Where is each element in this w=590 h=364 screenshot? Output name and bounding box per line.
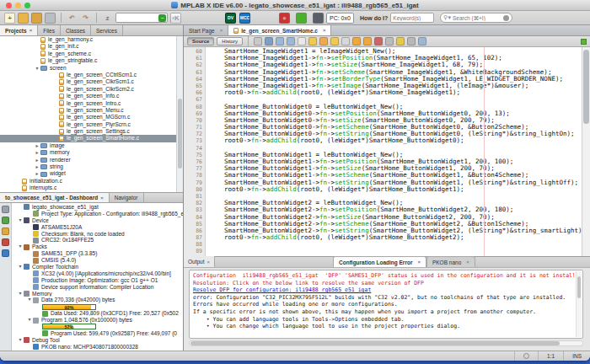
dashboard-tab[interactable]: Navigator xyxy=(110,193,144,202)
back-icon[interactable] xyxy=(276,37,284,46)
chevron-down-icon[interactable]: ▾ xyxy=(17,337,24,344)
tree-item[interactable]: le_gen_screen_Info.c xyxy=(0,93,183,99)
tree-item[interactable]: le_gen_init.c xyxy=(0,43,183,50)
shift-right-icon[interactable] xyxy=(363,37,372,46)
dashboard-row[interactable]: PKOB nano: MCHP3408071800000328 xyxy=(12,344,183,351)
close-window-icon[interactable] xyxy=(6,3,12,8)
dashboard-row[interactable]: ▾Compiler Toolchain xyxy=(12,264,183,270)
globe-icon[interactable] xyxy=(313,13,324,24)
tree-item[interactable]: ▸string xyxy=(0,163,183,170)
dashboard-row[interactable]: legato_showcase_e51_igat xyxy=(12,204,183,211)
new-project-icon[interactable] xyxy=(18,13,29,24)
source-view-button[interactable]: Source xyxy=(187,37,214,46)
stop-macro-icon[interactable] xyxy=(385,37,394,46)
tree-item[interactable]: le_gen_stringtable.c xyxy=(0,57,183,64)
dashboard-row[interactable]: Data Used: 249,809 (0x3CFD1) Free: 20,52… xyxy=(12,310,183,317)
chevron-right-icon[interactable]: ▸ xyxy=(34,170,40,177)
dashboard-row[interactable]: SAME51_DFP (3.3.85) xyxy=(12,250,183,257)
open-project-icon[interactable] xyxy=(31,13,42,24)
editor-scrollbar-thumb[interactable] xyxy=(583,50,589,124)
minimize-window-icon[interactable] xyxy=(15,3,21,8)
cart-icon[interactable] xyxy=(296,13,307,24)
close-icon[interactable]: × xyxy=(100,195,104,201)
dashboard-row[interactable]: ▾Memory xyxy=(12,291,183,297)
close-icon[interactable]: × xyxy=(207,260,211,265)
tab-files[interactable]: Files xyxy=(38,25,61,35)
console-scrollbar-thumb[interactable] xyxy=(577,276,581,298)
tab-classes[interactable]: Classes xyxy=(61,25,91,35)
dashboard-row[interactable]: ▾Packs xyxy=(12,244,183,250)
tree-item[interactable]: ▸image xyxy=(0,142,183,149)
search-clear-icon[interactable] xyxy=(503,15,509,21)
zoom-window-icon[interactable] xyxy=(24,3,30,8)
tree-item[interactable]: le_gen_screen_Intro.c xyxy=(0,100,183,107)
find-icon[interactable] xyxy=(298,37,306,46)
keyword-input[interactable] xyxy=(390,13,434,23)
search-input[interactable] xyxy=(453,15,503,21)
tree-item[interactable]: le_gen_harmony.c xyxy=(0,36,183,43)
dashboard-row[interactable]: CRC32: 0x184FFE25 xyxy=(12,237,183,244)
tree-scrollbar[interactable] xyxy=(176,36,183,192)
chevron-right-icon[interactable]: ▸ xyxy=(34,163,40,170)
chevron-down-icon[interactable]: ▾ xyxy=(17,244,24,250)
dashboard-row[interactable]: XC32 (v4.00) [/Applications/microchip/xc… xyxy=(12,270,183,277)
close-icon[interactable]: × xyxy=(417,260,421,265)
info-icon[interactable] xyxy=(2,249,9,257)
chevron-right-icon[interactable]: ▸ xyxy=(34,157,40,163)
dashboard-row[interactable]: Device support information: Compiler Loc… xyxy=(12,284,183,291)
code-editor[interactable]: SmartHome_ImageWidget1 = leImageWidget_N… xyxy=(206,47,582,256)
undo-icon[interactable]: ↶ xyxy=(67,13,78,24)
tree-item[interactable]: le_gen_screen_MGScrn.c xyxy=(0,114,183,120)
dashboard-row[interactable]: 92% xyxy=(12,303,183,310)
tree-item[interactable]: ▸renderer xyxy=(0,157,183,163)
output-window-tab[interactable]: Output× xyxy=(184,256,215,267)
pdf-icon[interactable] xyxy=(2,238,9,246)
toggle-highlight-icon[interactable] xyxy=(330,37,339,46)
editor-tab-le-gen-screen-smarthome-c[interactable]: le_gen_screen_SmartHome.c× xyxy=(228,25,331,35)
trash-icon[interactable] xyxy=(254,37,262,46)
dashboard-row[interactable]: ▾Debug Tool xyxy=(12,337,183,344)
project-properties-icon[interactable] xyxy=(2,217,9,224)
resolve-dfp-link[interactable]: Resolve DFP for configuration: ili9488_r… xyxy=(193,286,574,294)
find-previous-icon[interactable] xyxy=(319,37,328,46)
tab-services[interactable]: Services xyxy=(91,25,123,35)
tree-item[interactable]: le_gen_screen_ClkrScrn1.c xyxy=(0,78,183,85)
tree-item[interactable]: ▸memory xyxy=(0,149,183,156)
find-selection-icon[interactable] xyxy=(308,37,317,46)
new-file-icon[interactable]: + xyxy=(4,13,15,24)
tree-scrollbar-thumb[interactable] xyxy=(178,99,182,169)
titlebar[interactable]: MPLAB X IDE v6.00 - legato_showcase_e51_… xyxy=(0,0,590,11)
dashboard-row[interactable]: Production Image: Optimization: gcc O1 g… xyxy=(12,277,183,284)
dashboard-row[interactable]: 57% xyxy=(12,324,183,330)
redo-icon[interactable]: ↷ xyxy=(80,13,91,24)
dashboard-row[interactable]: Project Type: Application - Configuratio… xyxy=(12,211,183,217)
tree-item[interactable]: ▸widget xyxy=(0,170,183,177)
tree-item[interactable]: le_gen_screen_CCtrlScrn1.c xyxy=(0,72,183,78)
dashboard-row[interactable]: Program Used: 599,479 (0x92587) Free: 44… xyxy=(12,330,183,337)
close-icon[interactable]: × xyxy=(30,28,33,33)
tab-projects[interactable]: Projects× xyxy=(0,25,38,35)
forward-icon[interactable] xyxy=(287,37,295,46)
tree-item[interactable]: ▾screen xyxy=(0,65,183,72)
chevron-right-icon[interactable]: ▸ xyxy=(34,142,40,149)
data-visualizer-icon[interactable]: DV xyxy=(225,13,236,24)
close-icon[interactable]: × xyxy=(220,28,223,33)
macro-icon[interactable]: z xyxy=(102,13,113,24)
tree-item[interactable]: le_gen_screen_Settings.c xyxy=(0,128,183,135)
dashboard-row[interactable]: ▾Data 270,336 (0x42000) bytes xyxy=(12,297,183,303)
tree-item[interactable]: le_gen_screen_PlyrScrn.c xyxy=(0,121,183,128)
console-scrollbar[interactable] xyxy=(576,271,582,337)
save-all-icon[interactable] xyxy=(45,13,56,24)
next-bookmark-icon[interactable] xyxy=(341,37,350,46)
editor-scrollbar[interactable] xyxy=(582,47,590,256)
chevron-down-icon[interactable]: ▾ xyxy=(17,291,24,297)
ik-button[interactable]: ‹K xyxy=(170,13,181,24)
close-icon[interactable]: × xyxy=(466,260,469,265)
tree-item[interactable]: interrupts.c xyxy=(0,185,183,191)
last-edit-icon[interactable] xyxy=(265,37,273,46)
history-view-button[interactable]: History xyxy=(217,37,243,46)
console-hscrollbar[interactable] xyxy=(189,340,583,346)
search-box[interactable]: ⚲▾ xyxy=(440,13,512,23)
dashboard-row[interactable]: ▾Program 1,048,576 (0x100000) bytes xyxy=(12,317,183,324)
console-hscrollbar-thumb[interactable] xyxy=(190,341,560,345)
